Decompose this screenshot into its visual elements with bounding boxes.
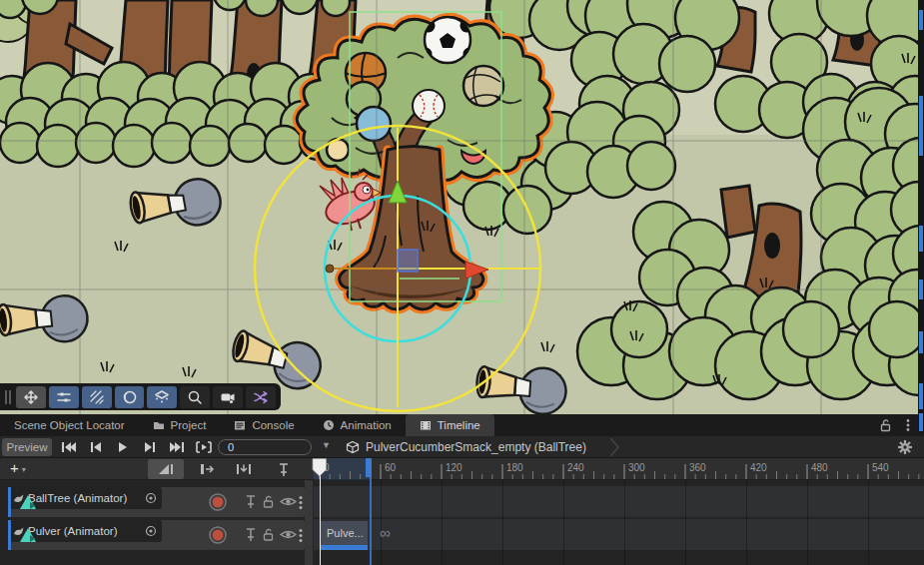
gizmo-anchor-dot[interactable] — [326, 265, 334, 273]
infinite-clip-icon: ∞ — [380, 524, 391, 541]
tab-label: Animation — [341, 419, 392, 431]
animation-clip[interactable]: Pulve... — [321, 521, 368, 545]
ruler-label: 240 — [567, 462, 584, 473]
pin-icon — [277, 462, 291, 477]
baseball[interactable] — [413, 90, 445, 122]
mix-mode-icon — [158, 461, 175, 477]
animation-track-icon — [18, 493, 38, 511]
next-frame-icon — [145, 441, 155, 453]
keys-tool-button[interactable] — [49, 386, 79, 408]
kebab-menu-icon[interactable] — [906, 418, 910, 432]
track-header-pulver[interactable]: Pulver (Animator) — [8, 520, 305, 550]
scene-view[interactable] — [0, 0, 924, 414]
shuffle-icon — [253, 389, 269, 405]
lock-icon[interactable] — [262, 527, 275, 542]
ruler-label: 360 — [689, 462, 706, 473]
move-tool-button[interactable] — [16, 386, 46, 408]
magnifier-icon — [187, 389, 203, 405]
object-picker-icon[interactable] — [145, 492, 157, 504]
play-range-button[interactable] — [191, 438, 216, 456]
shuffle-tool-button[interactable] — [246, 386, 276, 408]
replace-mode-button[interactable] — [228, 459, 260, 479]
zoom-tool-button[interactable] — [180, 386, 210, 408]
ruler-label: 420 — [750, 462, 767, 473]
timeline-toolbar: Preview ▼ PulverCucumberSmack_empty (Bal… — [0, 436, 924, 458]
play-button[interactable] — [110, 438, 135, 456]
track-color-edge — [8, 487, 11, 517]
prev-frame-icon — [91, 441, 101, 453]
film-icon — [420, 419, 432, 431]
clip-label: Pulve... — [327, 527, 364, 539]
move-gizmo-plane-handle[interactable] — [398, 250, 418, 272]
ripple-mode-button[interactable] — [192, 459, 224, 479]
lock-icon[interactable] — [262, 494, 275, 509]
dock-drag-handle[interactable] — [5, 390, 11, 404]
playhead-handle[interactable] — [312, 458, 328, 477]
hatch-tool-button[interactable] — [82, 386, 112, 408]
ruler-label: 60 — [385, 462, 397, 473]
frame-dropdown-caret[interactable]: ▼ — [322, 440, 331, 450]
lock-icon[interactable] — [879, 418, 892, 432]
animation-track-icon — [18, 526, 38, 544]
tab-label: Project — [171, 419, 207, 431]
clip-selection-bar — [321, 545, 368, 550]
panel-tab-bar: Scene Object Locator Project Console Ani… — [0, 414, 924, 436]
timeline-settings-gear-icon[interactable] — [897, 439, 913, 455]
track-content-row[interactable] — [314, 486, 924, 517]
preview-label: Preview — [7, 441, 48, 453]
track-label: Pulver (Animator) — [28, 525, 141, 537]
record-button[interactable] — [208, 492, 228, 512]
timeline-header: + ▾ 0 60 120 180 240 300 360 — [0, 458, 924, 480]
track-list-divider[interactable] — [305, 480, 313, 565]
clock-icon — [323, 419, 335, 431]
timeline-ruler[interactable]: 0 60 120 180 240 300 360 420 480 540 — [314, 458, 924, 480]
object-picker-icon[interactable] — [145, 525, 157, 537]
track-header-balltree[interactable]: BallTree (Animator) — [8, 487, 305, 517]
tab-label: Console — [252, 419, 294, 431]
console-icon — [234, 419, 246, 431]
sphere-icon — [122, 389, 138, 405]
camera-tool-button[interactable] — [213, 386, 243, 408]
play-range-icon — [196, 441, 212, 453]
pin-markers-button[interactable] — [270, 459, 298, 479]
plus-icon: + — [10, 459, 19, 476]
go-to-start-button[interactable] — [56, 438, 81, 456]
preview-toggle-button[interactable]: Preview — [2, 438, 52, 456]
track-color-edge — [8, 520, 11, 550]
volleyball[interactable] — [463, 66, 503, 106]
tab-console[interactable]: Console — [220, 414, 308, 436]
blue-ball[interactable] — [357, 107, 391, 141]
pin-icon[interactable] — [244, 527, 258, 542]
eye-icon[interactable] — [280, 527, 297, 542]
breadcrumb-label: PulverCucumberSmack_empty (BallTree) — [366, 440, 586, 454]
eye-icon[interactable] — [280, 494, 297, 509]
ruler-label: 300 — [628, 462, 645, 473]
next-frame-button[interactable] — [137, 438, 162, 456]
play-icon — [118, 441, 128, 453]
frame-number-field[interactable] — [218, 439, 312, 455]
tab-animation[interactable]: Animation — [309, 414, 406, 436]
add-track-button[interactable]: + ▾ — [10, 459, 26, 476]
pin-icon[interactable] — [244, 494, 258, 509]
previous-frame-button[interactable] — [83, 438, 108, 456]
kebab-menu-icon[interactable] — [299, 495, 303, 510]
ripple-mode-icon — [200, 461, 216, 477]
tab-label: Timeline — [438, 419, 480, 431]
record-button[interactable] — [208, 525, 228, 545]
tab-timeline[interactable]: Timeline — [406, 414, 494, 436]
mix-mode-button[interactable] — [148, 459, 184, 479]
sphere-tool-button[interactable] — [115, 386, 145, 408]
kebab-menu-icon[interactable] — [299, 528, 303, 543]
skip-start-icon — [62, 441, 76, 453]
skip-end-icon — [170, 441, 184, 453]
breadcrumb[interactable]: PulverCucumberSmack_empty (BallTree) — [346, 436, 586, 458]
tab-scene-object-locator[interactable]: Scene Object Locator — [0, 414, 139, 436]
breadcrumb-chevron — [609, 438, 619, 456]
layers-tool-button[interactable] — [147, 386, 177, 408]
scene-scrollbar[interactable] — [918, 0, 924, 433]
move-icon — [23, 389, 39, 405]
go-to-end-button[interactable] — [164, 438, 189, 456]
tab-project[interactable]: Project — [139, 414, 221, 436]
scene-canvas[interactable] — [0, 0, 924, 414]
track-content-row[interactable] — [314, 519, 924, 550]
